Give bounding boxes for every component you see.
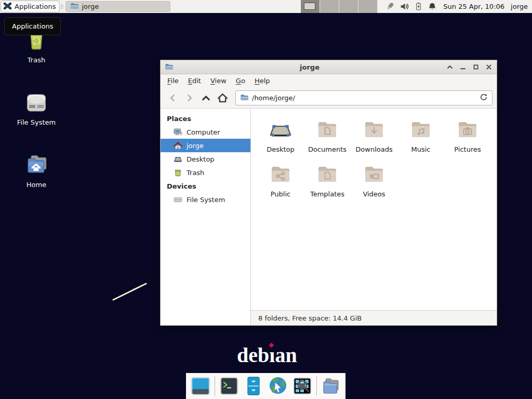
window-folder-icon	[165, 62, 173, 72]
trash-small-icon	[174, 168, 182, 177]
computer-icon	[174, 128, 182, 137]
desktop-icon-label: File System	[17, 118, 56, 126]
sidebar-item-label: jorge	[187, 142, 204, 150]
file-label: Public	[271, 190, 290, 198]
dock-browser-globe-icon[interactable]	[268, 376, 288, 396]
file-label: Desktop	[267, 145, 295, 153]
workspace-3[interactable]	[339, 0, 358, 13]
top-panel: Applications jorge Sun 25 Apr, 10:06 jor…	[0, 0, 532, 13]
file-music[interactable]: Music	[397, 117, 444, 153]
folder-share-icon	[268, 162, 293, 188]
file-manager-window: jorge FileEditViewGoHelp /home/jorge/ Pl…	[160, 60, 497, 326]
workspace-2[interactable]	[320, 0, 339, 13]
menu-edit[interactable]: Edit	[183, 75, 206, 86]
home-button[interactable]	[215, 90, 230, 105]
menu-file[interactable]: File	[163, 75, 183, 86]
current-path[interactable]: /home/jorge/	[252, 94, 476, 102]
file-label: Downloads	[355, 145, 392, 153]
file-pictures[interactable]: Pictures	[444, 117, 491, 153]
file-desktop[interactable]: Desktop	[257, 117, 304, 153]
reload-icon[interactable]	[480, 93, 488, 103]
workspace-switcher[interactable]	[301, 0, 378, 13]
close-button[interactable]	[485, 63, 493, 71]
sidebar-header-places: Places	[161, 112, 250, 125]
maximize-button[interactable]	[472, 63, 480, 71]
file-public[interactable]: Public	[257, 162, 304, 198]
panel-clock[interactable]: Sun 25 Apr, 10:06	[443, 3, 504, 10]
drive-small-icon	[174, 195, 182, 204]
file-documents[interactable]: Documents	[304, 117, 351, 153]
desktop-mini-icon	[174, 155, 182, 164]
file-templates[interactable]: Templates	[304, 162, 351, 198]
desktop-icon-label: Trash	[28, 56, 45, 64]
dock-separator	[215, 376, 215, 396]
sidebar-item-file-system[interactable]: File System	[161, 193, 250, 206]
battery-icon[interactable]	[414, 2, 423, 11]
menu-go[interactable]: Go	[231, 75, 250, 86]
shade-window-button[interactable]	[446, 63, 454, 71]
dock-terminal-icon[interactable]	[219, 376, 240, 396]
file-list-view[interactable]: Desktop Documents Downloads Music Pictur…	[251, 109, 497, 310]
panel-grip-handle[interactable]	[61, 5, 63, 8]
menu-bar: FileEditViewGoHelp	[161, 74, 497, 87]
system-tray	[385, 2, 437, 11]
dock-app-finder-icon[interactable]	[292, 376, 313, 396]
taskbar-window-button[interactable]: jorge	[65, 1, 170, 12]
sidebar-item-label: Computer	[187, 128, 220, 136]
file-label: Music	[411, 145, 431, 153]
workspace-window-preview	[304, 3, 315, 10]
sidebar-item-trash[interactable]: Trash	[161, 166, 250, 179]
places-sidebar: PlacesComputerjorgeDesktopTrashDevicesFi…	[161, 109, 251, 325]
desktop-icon-file-system[interactable]: File System	[11, 89, 61, 126]
home-red-icon	[174, 141, 182, 150]
file-label: Templates	[310, 190, 344, 198]
up-button[interactable]	[198, 90, 214, 105]
sidebar-item-label: File System	[187, 196, 225, 204]
bottom-dock	[186, 373, 345, 399]
desktop-special-icon	[268, 117, 293, 143]
applications-menu-label: Applications	[15, 3, 56, 10]
back-button[interactable]	[165, 90, 180, 105]
folder-video-icon	[362, 162, 387, 188]
bell-icon[interactable]	[428, 2, 437, 11]
debian-wallpaper-logo: debıan	[237, 343, 297, 367]
applications-menu-button[interactable]: Applications	[1, 1, 60, 12]
forward-button[interactable]	[181, 90, 197, 105]
stylus-icon[interactable]	[385, 2, 395, 11]
sidebar-item-computer[interactable]: Computer	[161, 125, 250, 139]
dock-folder-stack-icon[interactable]	[321, 376, 341, 396]
drive-large-icon	[24, 89, 49, 116]
folder-template-icon	[315, 162, 340, 188]
workspace-1[interactable]	[301, 0, 320, 13]
dock-file-cabinet-icon[interactable]	[243, 376, 264, 396]
dock-show-desktop-icon[interactable]	[190, 376, 211, 396]
workspace-4[interactable]	[358, 0, 378, 13]
sidebar-header-devices: Devices	[161, 179, 250, 193]
taskbar-window-label: jorge	[82, 3, 99, 10]
panel-username[interactable]: jorge	[511, 3, 528, 10]
xfce-applications-icon	[3, 2, 12, 12]
toolbar: /home/jorge/	[161, 87, 497, 109]
window-titlebar[interactable]: jorge	[161, 60, 497, 74]
menu-help[interactable]: Help	[250, 75, 275, 86]
applications-tooltip: Applications	[4, 17, 61, 35]
menu-view[interactable]: View	[206, 75, 231, 86]
file-label: Documents	[308, 145, 347, 153]
file-label: Videos	[363, 190, 385, 198]
folder-icon	[240, 93, 248, 103]
file-videos[interactable]: Videos	[351, 162, 397, 198]
file-downloads[interactable]: Downloads	[351, 117, 397, 153]
folder-music-icon	[408, 117, 433, 143]
desktop-icon-home[interactable]: Home	[11, 152, 61, 189]
sidebar-item-desktop[interactable]: Desktop	[161, 152, 250, 166]
folder-pictures-icon	[455, 117, 480, 143]
folder-doc-icon	[315, 117, 340, 143]
dock-separator	[316, 376, 317, 396]
status-text: 8 folders, Free space: 14.4 GiB	[258, 314, 362, 322]
home-folder-large-icon	[24, 152, 49, 178]
minimize-button[interactable]	[459, 63, 467, 71]
volume-icon[interactable]	[400, 2, 409, 11]
location-bar[interactable]: /home/jorge/	[235, 90, 493, 105]
sidebar-item-jorge[interactable]: jorge	[161, 139, 250, 152]
desktop-icon-label: Home	[26, 181, 46, 189]
